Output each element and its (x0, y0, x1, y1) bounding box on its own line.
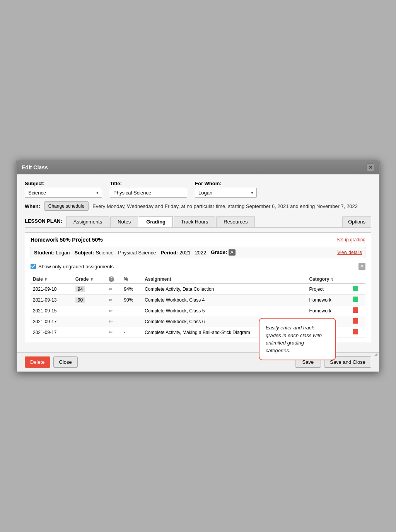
student-info-grade: Grade: A (211, 249, 236, 256)
col-date[interactable]: Date ⇕ (31, 275, 73, 284)
tab-track-hours[interactable]: Track Hours (174, 216, 215, 227)
status-dot (350, 327, 365, 338)
status-dot (350, 284, 365, 295)
col-help[interactable]: ? (106, 275, 121, 284)
grading-panel: Homework 50% Project 50% Setup grading S… (25, 232, 371, 342)
cell-date: 2021-09-17 (31, 316, 73, 327)
cell-grade: 90 (73, 295, 107, 305)
cell-pct: - (121, 327, 142, 338)
cell-date: 2021-09-17 (31, 327, 73, 338)
title-group: Title: (110, 181, 187, 198)
for-whom-label: For Whom: (195, 181, 257, 186)
grading-summary-text: Homework 50% Project 50% (31, 237, 103, 243)
grade-badge: A (229, 249, 236, 256)
dialog-title: Edit Class (22, 164, 48, 171)
period-value: 2021 - 2022 (179, 250, 206, 256)
dialog-footer: Delete Close Save Save and Close (17, 352, 379, 372)
when-label: When: (25, 203, 40, 209)
col-spacer (285, 275, 307, 284)
footer-right: Save Save and Close (295, 356, 371, 368)
subject-group: Subject: Science ▼ (25, 181, 102, 198)
table-row: 2021-09-10 94 ✏ 94% Complete Activity, D… (31, 284, 365, 295)
student-info-period: Period: 2021 - 2022 (161, 250, 207, 256)
tab-resources[interactable]: Resources (216, 216, 255, 227)
cell-category: Homework (307, 305, 350, 316)
cell-category: Project (307, 284, 350, 295)
show-ungraded-row: Show only ungraded assignments ✕ (31, 261, 365, 271)
cell-edit[interactable]: ✏ (106, 316, 121, 327)
cell-edit[interactable]: ✏ (106, 284, 121, 295)
status-dot (350, 295, 365, 305)
table-row: 2021-09-15 ✏ - Complete Workbook, Class … (31, 305, 365, 316)
for-whom-group: For Whom: Logan ▼ (195, 181, 257, 198)
delete-button[interactable]: Delete (25, 356, 50, 368)
show-ungraded-label: Show only ungraded assignments (38, 264, 114, 269)
setup-grading-link[interactable]: Setup grading (336, 237, 365, 242)
cell-date: 2021-09-10 (31, 284, 73, 295)
cell-assignment: Complete Activity, Data Collection (142, 284, 307, 295)
cell-grade: 94 (73, 284, 107, 295)
for-whom-input-wrapper[interactable]: Logan ▼ (195, 188, 257, 198)
cell-edit[interactable]: ✏ (106, 327, 121, 338)
cell-grade (73, 327, 107, 338)
col-status (350, 275, 365, 284)
subject-label: Subject: (25, 181, 102, 186)
cell-date: 2021-09-13 (31, 295, 73, 305)
when-text: Every Monday, Wednesday and Friday, at n… (92, 203, 358, 209)
subject-value: Science - Physical Science (96, 250, 156, 256)
footer-left: Delete Close (25, 356, 78, 368)
when-row: When: Change schedule Every Monday, Wedn… (25, 201, 371, 211)
subject-input-wrapper[interactable]: Science ▼ (25, 188, 102, 198)
cell-date: 2021-09-15 (31, 305, 73, 316)
title-label: Title: (110, 181, 187, 186)
cell-category: Homework (307, 316, 350, 327)
status-dot (350, 316, 365, 327)
cell-pct: - (121, 305, 142, 316)
cell-pct: 90% (121, 295, 142, 305)
tab-notes[interactable]: Notes (110, 216, 138, 227)
lesson-plan-label: LESSON PLAN: (25, 218, 62, 225)
col-assignment: Assignment (142, 275, 285, 284)
ungraded-close-button[interactable]: ✕ (358, 263, 365, 270)
cell-pct: - (121, 316, 142, 327)
dialog-titlebar: Edit Class ✕ (17, 160, 379, 174)
col-grade[interactable]: Grade ⇕ (73, 275, 107, 284)
cell-pct: 94% (121, 284, 142, 295)
cell-edit[interactable]: ✏ (106, 295, 121, 305)
student-info-row: Student: Logan Subject: Science - Physic… (31, 247, 365, 258)
show-ungraded-checkbox[interactable] (31, 264, 36, 269)
col-category[interactable]: Category ⇕ (307, 275, 350, 284)
form-row-1: Subject: Science ▼ Title: For Whom: Loga… (25, 181, 371, 198)
subject-select[interactable]: Science (28, 190, 99, 196)
student-name-value: Logan (56, 250, 70, 256)
dialog-close-button[interactable]: ✕ (367, 164, 374, 171)
cell-grade (73, 316, 107, 327)
change-schedule-button[interactable]: Change schedule (44, 201, 89, 211)
save-and-close-button[interactable]: Save and Close (324, 356, 371, 368)
tab-grading[interactable]: Grading (139, 216, 173, 227)
assignments-table: Date ⇕ Grade ⇕ ? % Assignment Category ⇕… (31, 275, 365, 338)
cell-grade (73, 305, 107, 316)
edit-class-dialog: Edit Class ✕ Subject: Science ▼ Title: F… (16, 160, 380, 372)
save-button[interactable]: Save (295, 356, 321, 368)
cell-category: Project (307, 327, 350, 338)
table-row: 2021-09-13 90 ✏ 90% Complete Workbook, C… (31, 295, 365, 305)
student-info-student: Student: Logan (34, 250, 70, 256)
close-button[interactable]: Close (53, 356, 78, 368)
student-info-subject: Subject: Science - Physical Science (75, 250, 156, 256)
view-details-link[interactable]: View details (337, 250, 362, 255)
grading-summary: Homework 50% Project 50% Setup grading (31, 237, 365, 243)
title-input[interactable] (110, 188, 187, 198)
tab-options[interactable]: Options (342, 216, 371, 227)
for-whom-select[interactable]: Logan (198, 190, 253, 196)
tab-assignments[interactable]: Assignments (66, 216, 109, 227)
lesson-plan-tab-row: LESSON PLAN: Assignments Notes Grading T… (25, 216, 371, 228)
table-row: 2021-09-17 ✏ - Complete Activity, Making… (31, 327, 365, 338)
cell-edit[interactable]: ✏ (106, 305, 121, 316)
cell-category: Homework (307, 295, 350, 305)
resize-handle[interactable]: ◢ (374, 352, 377, 356)
col-pct: % (121, 275, 142, 284)
cell-assignment: Complete Activity, Making a Ball-and-Sti… (142, 327, 307, 338)
cell-assignment: Complete Workbook, Class 5 (142, 305, 307, 316)
show-ungraded-left: Show only ungraded assignments (31, 264, 114, 269)
